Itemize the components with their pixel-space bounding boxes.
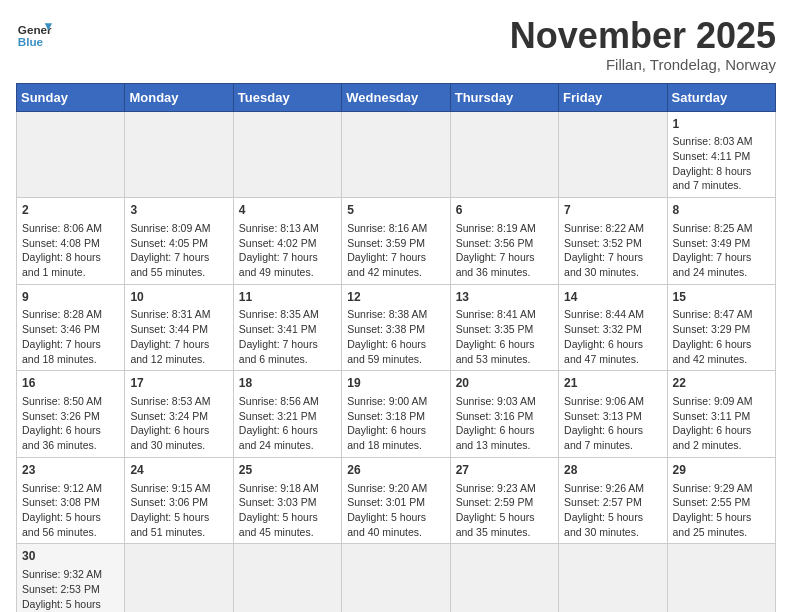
day-number: 24 [130, 462, 227, 479]
day-info: Sunrise: 8:53 AM Sunset: 3:24 PM Dayligh… [130, 394, 227, 453]
calendar-cell [233, 544, 341, 612]
day-number: 5 [347, 202, 444, 219]
day-info: Sunrise: 9:03 AM Sunset: 3:16 PM Dayligh… [456, 394, 553, 453]
day-number: 10 [130, 289, 227, 306]
calendar-week-row: 16Sunrise: 8:50 AM Sunset: 3:26 PM Dayli… [17, 371, 776, 458]
day-info: Sunrise: 8:19 AM Sunset: 3:56 PM Dayligh… [456, 221, 553, 280]
day-number: 14 [564, 289, 661, 306]
day-info: Sunrise: 8:35 AM Sunset: 3:41 PM Dayligh… [239, 307, 336, 366]
day-info: Sunrise: 8:50 AM Sunset: 3:26 PM Dayligh… [22, 394, 119, 453]
calendar-cell: 18Sunrise: 8:56 AM Sunset: 3:21 PM Dayli… [233, 371, 341, 458]
calendar-cell: 2Sunrise: 8:06 AM Sunset: 4:08 PM Daylig… [17, 198, 125, 285]
calendar-cell: 12Sunrise: 8:38 AM Sunset: 3:38 PM Dayli… [342, 284, 450, 371]
day-info: Sunrise: 8:47 AM Sunset: 3:29 PM Dayligh… [673, 307, 770, 366]
day-number: 3 [130, 202, 227, 219]
calendar-cell [450, 111, 558, 198]
day-info: Sunrise: 9:32 AM Sunset: 2:53 PM Dayligh… [22, 567, 119, 612]
calendar-cell: 16Sunrise: 8:50 AM Sunset: 3:26 PM Dayli… [17, 371, 125, 458]
day-number: 17 [130, 375, 227, 392]
calendar-cell: 24Sunrise: 9:15 AM Sunset: 3:06 PM Dayli… [125, 457, 233, 544]
weekday-header-sunday: Sunday [17, 83, 125, 111]
day-info: Sunrise: 8:38 AM Sunset: 3:38 PM Dayligh… [347, 307, 444, 366]
weekday-header-friday: Friday [559, 83, 667, 111]
day-number: 28 [564, 462, 661, 479]
calendar-cell: 4Sunrise: 8:13 AM Sunset: 4:02 PM Daylig… [233, 198, 341, 285]
weekday-header-thursday: Thursday [450, 83, 558, 111]
calendar-cell: 13Sunrise: 8:41 AM Sunset: 3:35 PM Dayli… [450, 284, 558, 371]
calendar-week-row: 30Sunrise: 9:32 AM Sunset: 2:53 PM Dayli… [17, 544, 776, 612]
day-info: Sunrise: 8:41 AM Sunset: 3:35 PM Dayligh… [456, 307, 553, 366]
calendar-cell: 17Sunrise: 8:53 AM Sunset: 3:24 PM Dayli… [125, 371, 233, 458]
calendar-cell: 19Sunrise: 9:00 AM Sunset: 3:18 PM Dayli… [342, 371, 450, 458]
weekday-header-row: SundayMondayTuesdayWednesdayThursdayFrid… [17, 83, 776, 111]
day-number: 9 [22, 289, 119, 306]
weekday-header-saturday: Saturday [667, 83, 775, 111]
day-number: 30 [22, 548, 119, 565]
title-area: November 2025 Fillan, Trondelag, Norway [510, 16, 776, 73]
calendar-cell: 29Sunrise: 9:29 AM Sunset: 2:55 PM Dayli… [667, 457, 775, 544]
day-number: 2 [22, 202, 119, 219]
day-info: Sunrise: 9:12 AM Sunset: 3:08 PM Dayligh… [22, 481, 119, 540]
logo-icon: General Blue [16, 16, 52, 52]
day-number: 23 [22, 462, 119, 479]
calendar-cell [125, 544, 233, 612]
day-info: Sunrise: 9:00 AM Sunset: 3:18 PM Dayligh… [347, 394, 444, 453]
calendar-cell: 8Sunrise: 8:25 AM Sunset: 3:49 PM Daylig… [667, 198, 775, 285]
calendar-cell: 25Sunrise: 9:18 AM Sunset: 3:03 PM Dayli… [233, 457, 341, 544]
day-number: 19 [347, 375, 444, 392]
weekday-header-wednesday: Wednesday [342, 83, 450, 111]
day-info: Sunrise: 9:09 AM Sunset: 3:11 PM Dayligh… [673, 394, 770, 453]
calendar-cell: 1Sunrise: 8:03 AM Sunset: 4:11 PM Daylig… [667, 111, 775, 198]
day-info: Sunrise: 8:09 AM Sunset: 4:05 PM Dayligh… [130, 221, 227, 280]
calendar-title: November 2025 [510, 16, 776, 56]
day-number: 20 [456, 375, 553, 392]
calendar-cell [342, 111, 450, 198]
day-info: Sunrise: 8:06 AM Sunset: 4:08 PM Dayligh… [22, 221, 119, 280]
day-info: Sunrise: 9:26 AM Sunset: 2:57 PM Dayligh… [564, 481, 661, 540]
calendar-cell: 5Sunrise: 8:16 AM Sunset: 3:59 PM Daylig… [342, 198, 450, 285]
page-header: General Blue November 2025 Fillan, Trond… [16, 16, 776, 73]
day-number: 26 [347, 462, 444, 479]
day-number: 16 [22, 375, 119, 392]
calendar-cell: 20Sunrise: 9:03 AM Sunset: 3:16 PM Dayli… [450, 371, 558, 458]
day-info: Sunrise: 9:18 AM Sunset: 3:03 PM Dayligh… [239, 481, 336, 540]
calendar-cell: 6Sunrise: 8:19 AM Sunset: 3:56 PM Daylig… [450, 198, 558, 285]
day-info: Sunrise: 9:06 AM Sunset: 3:13 PM Dayligh… [564, 394, 661, 453]
day-number: 15 [673, 289, 770, 306]
day-number: 13 [456, 289, 553, 306]
calendar-cell: 28Sunrise: 9:26 AM Sunset: 2:57 PM Dayli… [559, 457, 667, 544]
day-number: 8 [673, 202, 770, 219]
calendar-cell: 3Sunrise: 8:09 AM Sunset: 4:05 PM Daylig… [125, 198, 233, 285]
day-number: 27 [456, 462, 553, 479]
calendar-table: SundayMondayTuesdayWednesdayThursdayFrid… [16, 83, 776, 612]
day-number: 4 [239, 202, 336, 219]
calendar-cell: 11Sunrise: 8:35 AM Sunset: 3:41 PM Dayli… [233, 284, 341, 371]
calendar-cell: 22Sunrise: 9:09 AM Sunset: 3:11 PM Dayli… [667, 371, 775, 458]
day-number: 7 [564, 202, 661, 219]
day-number: 25 [239, 462, 336, 479]
calendar-week-row: 23Sunrise: 9:12 AM Sunset: 3:08 PM Dayli… [17, 457, 776, 544]
day-number: 11 [239, 289, 336, 306]
logo: General Blue [16, 16, 52, 52]
calendar-cell: 30Sunrise: 9:32 AM Sunset: 2:53 PM Dayli… [17, 544, 125, 612]
day-number: 18 [239, 375, 336, 392]
day-info: Sunrise: 8:16 AM Sunset: 3:59 PM Dayligh… [347, 221, 444, 280]
day-info: Sunrise: 9:23 AM Sunset: 2:59 PM Dayligh… [456, 481, 553, 540]
calendar-cell [559, 544, 667, 612]
calendar-cell: 14Sunrise: 8:44 AM Sunset: 3:32 PM Dayli… [559, 284, 667, 371]
calendar-cell: 21Sunrise: 9:06 AM Sunset: 3:13 PM Dayli… [559, 371, 667, 458]
day-info: Sunrise: 9:29 AM Sunset: 2:55 PM Dayligh… [673, 481, 770, 540]
calendar-cell: 23Sunrise: 9:12 AM Sunset: 3:08 PM Dayli… [17, 457, 125, 544]
calendar-cell: 26Sunrise: 9:20 AM Sunset: 3:01 PM Dayli… [342, 457, 450, 544]
calendar-cell: 10Sunrise: 8:31 AM Sunset: 3:44 PM Dayli… [125, 284, 233, 371]
calendar-cell [559, 111, 667, 198]
day-info: Sunrise: 9:20 AM Sunset: 3:01 PM Dayligh… [347, 481, 444, 540]
calendar-cell: 9Sunrise: 8:28 AM Sunset: 3:46 PM Daylig… [17, 284, 125, 371]
day-number: 29 [673, 462, 770, 479]
calendar-week-row: 2Sunrise: 8:06 AM Sunset: 4:08 PM Daylig… [17, 198, 776, 285]
calendar-cell [667, 544, 775, 612]
calendar-cell [342, 544, 450, 612]
day-number: 12 [347, 289, 444, 306]
calendar-cell: 27Sunrise: 9:23 AM Sunset: 2:59 PM Dayli… [450, 457, 558, 544]
day-number: 21 [564, 375, 661, 392]
